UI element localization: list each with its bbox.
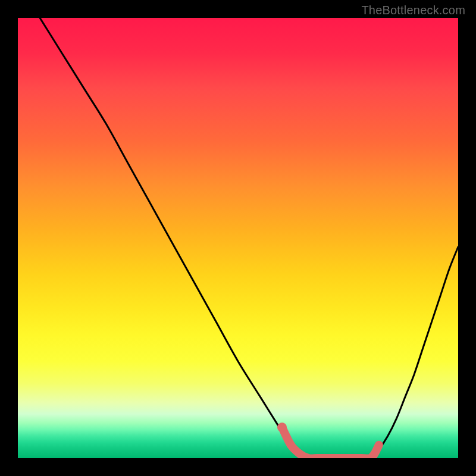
watermark-text: TheBottleneck.com <box>361 4 465 17</box>
chart-container: TheBottleneck.com <box>0 0 476 476</box>
optimal-highlight <box>277 422 379 458</box>
highlight-dot-2 <box>287 441 295 449</box>
highlight-stroke <box>282 427 379 458</box>
curve-right-segment <box>370 247 458 458</box>
bottleneck-curve <box>40 18 458 458</box>
plot-area <box>18 18 458 458</box>
highlight-dot-1 <box>277 422 287 432</box>
curve-left-segment <box>40 18 308 458</box>
curve-layer <box>18 18 458 458</box>
